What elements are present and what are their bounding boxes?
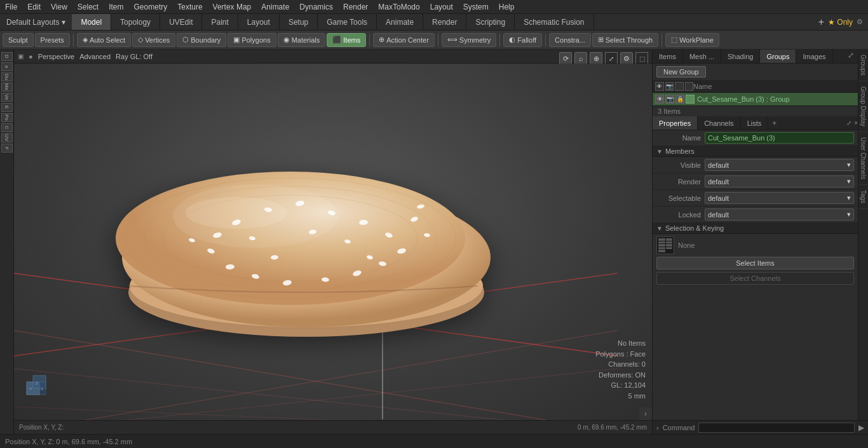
items-button[interactable]: ⬛ Items xyxy=(327,33,366,47)
menu-maxtomodo[interactable]: MaxToModo xyxy=(373,1,424,13)
layout-dropdown[interactable]: Default Layouts ▾ xyxy=(0,15,72,29)
viewport-perspective-label[interactable]: Perspective xyxy=(38,53,74,60)
left-tool-6[interactable]: E xyxy=(1,103,13,112)
menu-geometry[interactable]: Geometry xyxy=(129,1,173,13)
command-input[interactable] xyxy=(698,423,855,433)
mode-tab-topology[interactable]: Topology xyxy=(111,14,160,30)
sculpt-button[interactable]: Sculpt xyxy=(3,33,34,47)
mode-tab-uvedit[interactable]: UVEdit xyxy=(160,14,202,30)
members-section-header[interactable]: ▼ Members xyxy=(653,146,858,157)
menu-item[interactable]: Item xyxy=(104,1,128,13)
mode-tab-paint[interactable]: Paint xyxy=(202,14,238,30)
autoselect-button[interactable]: ◈ Auto Select xyxy=(77,33,131,47)
select-channels-button[interactable]: Select Channels xyxy=(656,272,854,285)
viewport-chevron-btn[interactable]: › xyxy=(639,407,652,420)
left-tool-9[interactable]: UV xyxy=(1,133,13,142)
constraints-button[interactable]: Constra... xyxy=(549,33,591,47)
mode-tab-animate[interactable]: Animate xyxy=(377,14,423,30)
falloff-button[interactable]: ◐ Falloff xyxy=(503,33,542,47)
viewport-bottom-bar: Position X, Y, Z: 0 m, 69.6 mm, -45.2 mm xyxy=(14,420,652,434)
viewport-expand-btn[interactable]: ⬚ xyxy=(635,52,648,65)
viewport-content[interactable]: No Items Polygons : Face Channels: 0 Def… xyxy=(14,64,652,420)
mode-tab-scripting[interactable]: Scripting xyxy=(466,14,515,30)
props-tab-add[interactable]: + xyxy=(768,116,780,130)
selection-keying-header[interactable]: ▼ Selection & Keying xyxy=(653,223,858,234)
menu-vertexmap[interactable]: Vertex Map xyxy=(208,1,257,13)
mode-tab-render[interactable]: Render xyxy=(423,14,466,30)
eye-icon[interactable]: 👁 xyxy=(655,95,664,104)
mode-tab-gametools[interactable]: Game Tools xyxy=(318,14,377,30)
group-list-item[interactable]: 👁 📷 🔒 Cut_Sesame_Bun (3) : Group xyxy=(653,93,858,106)
viewport-resize-icon[interactable]: ⤢ xyxy=(605,52,618,65)
mode-tab-layout[interactable]: Layout xyxy=(238,14,280,30)
mode-tab-model[interactable]: Model xyxy=(72,14,111,30)
left-tool-4[interactable]: Me xyxy=(1,83,13,92)
command-execute-btn[interactable]: ▶ xyxy=(858,423,864,432)
group-item-name[interactable]: Cut_Sesame_Bun (3) : Group xyxy=(697,95,855,103)
viewport-orbit-icon[interactable]: ⟳ xyxy=(559,52,572,65)
name-input[interactable] xyxy=(705,132,854,144)
camera-icon[interactable]: 📷 xyxy=(665,95,674,104)
viewport-pan-icon[interactable]: ⊕ xyxy=(590,52,602,65)
left-tool-7[interactable]: Po xyxy=(1,113,13,122)
tab-shading[interactable]: Shading xyxy=(721,50,760,63)
menu-animate[interactable]: Animate xyxy=(256,1,294,13)
polygons-button[interactable]: ▣ Polygons xyxy=(227,33,276,47)
menu-file[interactable]: File xyxy=(0,1,22,13)
vtab-group-display[interactable]: Group Display xyxy=(858,81,868,132)
visible-dropdown[interactable]: default ▾ xyxy=(705,159,854,171)
tab-groups[interactable]: Groups xyxy=(760,50,796,63)
viewport-zoom-icon[interactable]: ⌕ xyxy=(574,52,587,65)
menu-help[interactable]: Help xyxy=(494,1,520,13)
viewport-raygl-label[interactable]: Ray GL: Off xyxy=(116,53,153,60)
left-tool-3[interactable]: Du xyxy=(1,72,13,81)
props-tab-properties[interactable]: Properties xyxy=(653,116,698,130)
left-tool-10[interactable]: F xyxy=(1,144,13,153)
tab-images[interactable]: Images xyxy=(796,50,832,63)
boundary-button[interactable]: ⬡ Boundary xyxy=(177,33,226,47)
panel-expand-btn[interactable]: ⤢ xyxy=(844,50,858,63)
left-tool-5[interactable]: Ve xyxy=(1,93,13,102)
vtab-groups[interactable]: Groups xyxy=(858,50,868,81)
props-tab-channels[interactable]: Channels xyxy=(698,116,740,130)
menu-edit[interactable]: Edit xyxy=(22,1,46,13)
vtab-tags[interactable]: Tags xyxy=(858,185,868,209)
selectthrough-button[interactable]: ⊞ Select Through xyxy=(592,33,658,47)
mode-tab-setup[interactable]: Setup xyxy=(280,14,318,30)
mode-tab-schematic[interactable]: Schematic Fusion xyxy=(515,14,593,30)
menu-view[interactable]: View xyxy=(46,1,72,13)
selectable-dropdown[interactable]: default ▾ xyxy=(705,192,854,204)
select-items-button[interactable]: Select Items xyxy=(656,257,854,269)
tab-mesh[interactable]: Mesh ... xyxy=(683,50,721,63)
add-mode-button[interactable]: + xyxy=(818,17,824,28)
symmetry-button[interactable]: ⟺ Symmetry xyxy=(442,33,497,47)
viewport[interactable]: ▣ ● Perspective Advanced Ray GL: Off ⟳ ⌕… xyxy=(14,50,652,434)
menu-select[interactable]: Select xyxy=(72,1,104,13)
nav-cube[interactable]: Y Z X xyxy=(20,369,52,401)
left-tool-2[interactable]: e xyxy=(1,62,13,71)
presets-button[interactable]: Presets xyxy=(35,33,70,47)
menu-texture[interactable]: Texture xyxy=(172,1,207,13)
materials-button[interactable]: ◉ Materials xyxy=(278,33,326,47)
left-tool-1[interactable]: D xyxy=(1,52,13,61)
actioncenter-button[interactable]: ⊕ Action Center xyxy=(373,33,435,47)
props-panel-expand[interactable]: ⤢ × xyxy=(846,116,858,130)
locked-dropdown[interactable]: default ▾ xyxy=(705,208,854,221)
vtab-user-channels[interactable]: User Channels xyxy=(858,132,868,185)
vertices-button[interactable]: ◇ Vertices xyxy=(132,33,175,47)
menu-render[interactable]: Render xyxy=(338,1,373,13)
new-group-button[interactable]: New Group xyxy=(656,66,706,78)
star-only-button[interactable]: ★ Only xyxy=(828,18,853,27)
workplane-button[interactable]: ⬚ WorkPlane xyxy=(665,33,719,47)
settings-icon[interactable]: ⚙ xyxy=(857,18,863,26)
tab-items[interactable]: Items xyxy=(653,50,683,63)
lock-icon[interactable]: 🔒 xyxy=(675,95,684,104)
menu-dynamics[interactable]: Dynamics xyxy=(294,1,338,13)
left-tool-8[interactable]: C xyxy=(1,123,13,132)
menu-system[interactable]: System xyxy=(458,1,494,13)
viewport-advanced-label[interactable]: Advanced xyxy=(79,53,111,60)
props-tab-lists[interactable]: Lists xyxy=(741,116,769,130)
viewport-settings-icon[interactable]: ⚙ xyxy=(620,52,633,65)
render-dropdown[interactable]: default ▾ xyxy=(705,175,854,187)
menu-layout[interactable]: Layout xyxy=(425,1,458,13)
